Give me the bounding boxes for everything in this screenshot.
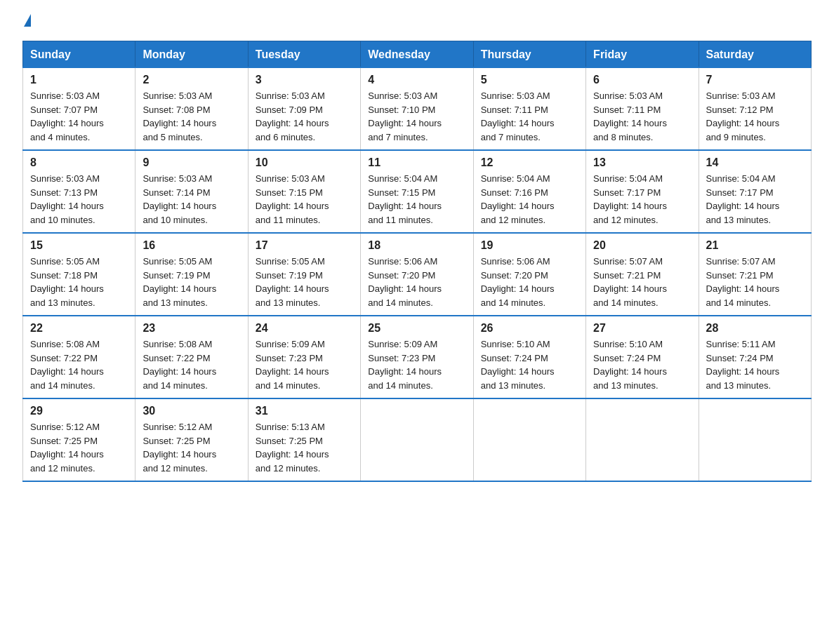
dow-header-tuesday: Tuesday — [248, 41, 360, 68]
sunrise-label: Sunrise: 5:03 AM — [256, 90, 325, 101]
sunrise-label: Sunrise: 5:03 AM — [368, 90, 437, 101]
sunset-label: Sunset: 7:10 PM — [368, 105, 435, 115]
daylight-label: Daylight: 14 hours — [481, 201, 555, 211]
calendar-cell: 24 Sunrise: 5:09 AM Sunset: 7:23 PM Dayl… — [248, 316, 360, 398]
day-info: Sunrise: 5:04 AM Sunset: 7:17 PM Dayligh… — [593, 172, 691, 227]
daylight-minutes: and 14 minutes. — [368, 380, 433, 391]
daylight-minutes: and 12 minutes. — [256, 463, 321, 474]
day-info: Sunrise: 5:05 AM Sunset: 7:19 PM Dayligh… — [143, 255, 240, 309]
sunset-label: Sunset: 7:24 PM — [593, 353, 661, 363]
calendar-cell: 11 Sunrise: 5:04 AM Sunset: 7:15 PM Dayl… — [361, 150, 473, 233]
day-number: 5 — [481, 74, 578, 86]
calendar-cell: 21 Sunrise: 5:07 AM Sunset: 7:21 PM Dayl… — [699, 233, 811, 316]
sunrise-label: Sunrise: 5:10 AM — [593, 339, 663, 349]
day-info: Sunrise: 5:11 AM Sunset: 7:24 PM Dayligh… — [706, 337, 804, 392]
daylight-minutes: and 14 minutes. — [143, 380, 208, 391]
day-number: 9 — [143, 156, 240, 169]
sunset-label: Sunset: 7:08 PM — [143, 105, 210, 115]
daylight-minutes: and 13 minutes. — [143, 297, 208, 308]
daylight-minutes: and 8 minutes. — [593, 132, 653, 142]
daylight-label: Daylight: 14 hours — [256, 449, 329, 459]
daylight-label: Daylight: 14 hours — [256, 366, 329, 377]
calendar-cell: 5 Sunrise: 5:03 AM Sunset: 7:11 PM Dayli… — [473, 67, 585, 150]
sunset-label: Sunset: 7:12 PM — [706, 105, 774, 115]
day-info: Sunrise: 5:03 AM Sunset: 7:12 PM Dayligh… — [706, 89, 804, 144]
calendar-cell — [586, 398, 699, 481]
sunset-label: Sunset: 7:24 PM — [481, 353, 548, 363]
sunset-label: Sunset: 7:18 PM — [30, 270, 98, 281]
sunset-label: Sunset: 7:23 PM — [256, 353, 323, 363]
day-number: 23 — [143, 322, 240, 335]
sunrise-label: Sunrise: 5:04 AM — [706, 173, 776, 184]
calendar-cell: 10 Sunrise: 5:03 AM Sunset: 7:15 PM Dayl… — [248, 150, 360, 233]
day-number: 24 — [256, 322, 353, 335]
sunset-label: Sunset: 7:22 PM — [143, 353, 210, 363]
sunset-label: Sunset: 7:11 PM — [481, 105, 548, 115]
sunset-label: Sunset: 7:14 PM — [143, 187, 210, 198]
day-number: 2 — [143, 74, 240, 86]
daylight-minutes: and 14 minutes. — [706, 297, 772, 308]
day-number: 6 — [593, 74, 691, 86]
dow-header-monday: Monday — [135, 41, 248, 68]
daylight-label: Daylight: 14 hours — [368, 201, 442, 211]
calendar-body: 1 Sunrise: 5:03 AM Sunset: 7:07 PM Dayli… — [23, 67, 812, 481]
daylight-label: Daylight: 14 hours — [143, 366, 216, 377]
day-number: 11 — [368, 156, 465, 169]
daylight-minutes: and 14 minutes. — [481, 297, 546, 308]
day-info: Sunrise: 5:03 AM Sunset: 7:07 PM Dayligh… — [30, 89, 128, 144]
daylight-label: Daylight: 14 hours — [481, 118, 555, 128]
day-number: 3 — [256, 74, 353, 86]
daylight-minutes: and 5 minutes. — [143, 132, 202, 142]
daylight-minutes: and 13 minutes. — [481, 380, 546, 391]
sunrise-label: Sunrise: 5:11 AM — [706, 339, 776, 349]
sunset-label: Sunset: 7:09 PM — [256, 105, 323, 115]
daylight-minutes: and 7 minutes. — [481, 132, 541, 142]
day-number: 7 — [706, 74, 804, 86]
daylight-label: Daylight: 14 hours — [593, 201, 667, 211]
dow-header-wednesday: Wednesday — [361, 41, 473, 68]
daylight-label: Daylight: 14 hours — [143, 201, 216, 211]
calendar-cell: 6 Sunrise: 5:03 AM Sunset: 7:11 PM Dayli… — [586, 67, 699, 150]
day-number: 4 — [368, 74, 465, 86]
day-info: Sunrise: 5:13 AM Sunset: 7:25 PM Dayligh… — [256, 420, 353, 475]
calendar-cell: 18 Sunrise: 5:06 AM Sunset: 7:20 PM Dayl… — [361, 233, 473, 316]
day-number: 1 — [30, 74, 128, 86]
day-number: 25 — [368, 322, 465, 335]
day-info: Sunrise: 5:03 AM Sunset: 7:13 PM Dayligh… — [30, 172, 128, 227]
calendar-week-3: 15 Sunrise: 5:05 AM Sunset: 7:18 PM Dayl… — [23, 233, 812, 316]
sunset-label: Sunset: 7:11 PM — [593, 105, 661, 115]
sunrise-label: Sunrise: 5:08 AM — [143, 339, 212, 349]
sunrise-label: Sunrise: 5:13 AM — [256, 422, 325, 432]
day-info: Sunrise: 5:04 AM Sunset: 7:17 PM Dayligh… — [706, 172, 804, 227]
daylight-minutes: and 14 minutes. — [368, 297, 433, 308]
sunrise-label: Sunrise: 5:09 AM — [368, 339, 437, 349]
calendar-cell: 3 Sunrise: 5:03 AM Sunset: 7:09 PM Dayli… — [248, 67, 360, 150]
sunset-label: Sunset: 7:17 PM — [593, 187, 661, 198]
sunset-label: Sunset: 7:17 PM — [706, 187, 774, 198]
sunrise-label: Sunrise: 5:03 AM — [30, 90, 100, 101]
daylight-label: Daylight: 14 hours — [30, 283, 104, 294]
calendar-cell: 26 Sunrise: 5:10 AM Sunset: 7:24 PM Dayl… — [473, 316, 585, 398]
sunset-label: Sunset: 7:07 PM — [30, 105, 98, 115]
sunset-label: Sunset: 7:25 PM — [30, 436, 98, 446]
calendar-cell: 29 Sunrise: 5:12 AM Sunset: 7:25 PM Dayl… — [23, 398, 135, 481]
day-info: Sunrise: 5:03 AM Sunset: 7:14 PM Dayligh… — [143, 172, 240, 227]
sunrise-label: Sunrise: 5:05 AM — [30, 256, 100, 267]
sunrise-label: Sunrise: 5:03 AM — [706, 90, 776, 101]
daylight-minutes: and 9 minutes. — [706, 132, 766, 142]
day-info: Sunrise: 5:07 AM Sunset: 7:21 PM Dayligh… — [706, 255, 804, 309]
day-number: 21 — [706, 239, 804, 252]
sunset-label: Sunset: 7:16 PM — [481, 187, 548, 198]
calendar-cell: 17 Sunrise: 5:05 AM Sunset: 7:19 PM Dayl… — [248, 233, 360, 316]
calendar-cell — [473, 398, 585, 481]
daylight-label: Daylight: 14 hours — [706, 118, 780, 128]
day-info: Sunrise: 5:03 AM Sunset: 7:09 PM Dayligh… — [256, 89, 353, 144]
calendar-cell: 28 Sunrise: 5:11 AM Sunset: 7:24 PM Dayl… — [699, 316, 811, 398]
calendar-cell: 23 Sunrise: 5:08 AM Sunset: 7:22 PM Dayl… — [135, 316, 248, 398]
day-info: Sunrise: 5:03 AM Sunset: 7:11 PM Dayligh… — [481, 89, 578, 144]
sunset-label: Sunset: 7:21 PM — [593, 270, 661, 281]
logo — [22, 17, 31, 29]
day-number: 16 — [143, 239, 240, 252]
sunset-label: Sunset: 7:20 PM — [481, 270, 548, 281]
daylight-minutes: and 11 minutes. — [368, 215, 433, 225]
